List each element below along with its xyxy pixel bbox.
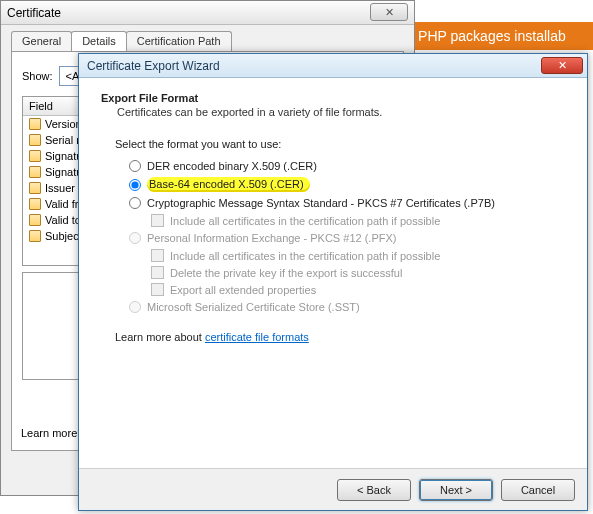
field-icon — [29, 150, 41, 162]
option-sst-label: Microsoft Serialized Certificate Store (… — [147, 301, 360, 313]
pfx-export-ext-label: Export all extended properties — [170, 284, 316, 296]
pfx-export-ext: Export all extended properties — [151, 283, 565, 296]
back-button[interactable]: < Back — [337, 479, 411, 501]
checkbox-icon — [151, 214, 164, 227]
field-icon — [29, 134, 41, 146]
option-base64[interactable]: Base-64 encoded X.509 (.CER) — [129, 177, 565, 192]
field-label: Valid fr — [45, 198, 78, 210]
certificate-learn-more: Learn more — [21, 427, 77, 439]
checkbox-icon — [151, 249, 164, 262]
radio-sst — [129, 301, 141, 313]
field-label: Serial n — [45, 134, 82, 146]
pfx-delete-key-label: Delete the private key if the export is … — [170, 267, 402, 279]
field-label: Signatu — [45, 150, 82, 162]
close-icon: ✕ — [558, 59, 567, 72]
tab-general[interactable]: General — [11, 31, 72, 51]
option-p7b-label: Cryptographic Message Syntax Standard - … — [147, 197, 495, 209]
checkbox-icon — [151, 266, 164, 279]
radio-der[interactable] — [129, 160, 141, 172]
field-icon — [29, 166, 41, 178]
wizard-prompt: Select the format you want to use: — [115, 138, 565, 150]
option-der[interactable]: DER encoded binary X.509 (.CER) — [129, 160, 565, 172]
radio-p7b[interactable] — [129, 197, 141, 209]
learn-more-link[interactable]: certificate file formats — [205, 331, 309, 343]
certificate-title: Certificate — [7, 6, 61, 20]
field-label: Issuer — [45, 182, 75, 194]
field-icon — [29, 118, 41, 130]
wizard-close-button[interactable]: ✕ — [541, 57, 583, 74]
field-label: Signatu — [45, 166, 82, 178]
tab-details[interactable]: Details — [71, 31, 127, 51]
field-icon — [29, 182, 41, 194]
p7b-include-path: Include all certificates in the certific… — [151, 214, 565, 227]
field-icon — [29, 214, 41, 226]
field-label: Valid to — [45, 214, 81, 226]
certificate-close-button[interactable]: ✕ — [370, 3, 408, 21]
option-sst: Microsoft Serialized Certificate Store (… — [129, 301, 565, 313]
field-icon — [29, 230, 41, 242]
tab-certification-path[interactable]: Certification Path — [126, 31, 232, 51]
wizard-titlebar[interactable]: Certificate Export Wizard ✕ — [79, 54, 587, 78]
checkbox-icon — [151, 283, 164, 296]
export-wizard-dialog: Certificate Export Wizard ✕ Export File … — [78, 53, 588, 511]
option-base64-label: Base-64 encoded X.509 (.CER) — [147, 177, 310, 192]
radio-pfx — [129, 232, 141, 244]
option-der-label: DER encoded binary X.509 (.CER) — [147, 160, 317, 172]
background-banner: lic PHP packages installab — [393, 22, 593, 50]
pfx-include-path: Include all certificates in the certific… — [151, 249, 565, 262]
radio-base64[interactable] — [129, 179, 141, 191]
wizard-subheading: Certificates can be exported in a variet… — [117, 106, 565, 118]
option-p7b[interactable]: Cryptographic Message Syntax Standard - … — [129, 197, 565, 209]
pfx-include-path-label: Include all certificates in the certific… — [170, 250, 440, 262]
certificate-tabstrip: General Details Certification Path — [11, 31, 414, 51]
wizard-learn-more: Learn more about certificate file format… — [115, 331, 565, 343]
certificate-titlebar[interactable]: Certificate ✕ — [1, 1, 414, 25]
cancel-button[interactable]: Cancel — [501, 479, 575, 501]
show-label: Show: — [22, 70, 53, 82]
field-icon — [29, 198, 41, 210]
field-label: Version — [45, 118, 82, 130]
learn-more-prefix: Learn more about — [115, 331, 205, 343]
close-icon: ✕ — [385, 6, 394, 19]
pfx-delete-key: Delete the private key if the export is … — [151, 266, 565, 279]
wizard-title: Certificate Export Wizard — [87, 59, 220, 73]
wizard-heading: Export File Format — [101, 92, 565, 104]
wizard-footer: < Back Next > Cancel — [79, 468, 587, 510]
format-options: DER encoded binary X.509 (.CER) Base-64 … — [129, 160, 565, 313]
option-pfx-label: Personal Information Exchange - PKCS #12… — [147, 232, 396, 244]
field-label: Subjec — [45, 230, 79, 242]
option-pfx: Personal Information Exchange - PKCS #12… — [129, 232, 565, 244]
wizard-body: Export File Format Certificates can be e… — [79, 78, 587, 468]
next-button[interactable]: Next > — [419, 479, 493, 501]
p7b-include-path-label: Include all certificates in the certific… — [170, 215, 440, 227]
